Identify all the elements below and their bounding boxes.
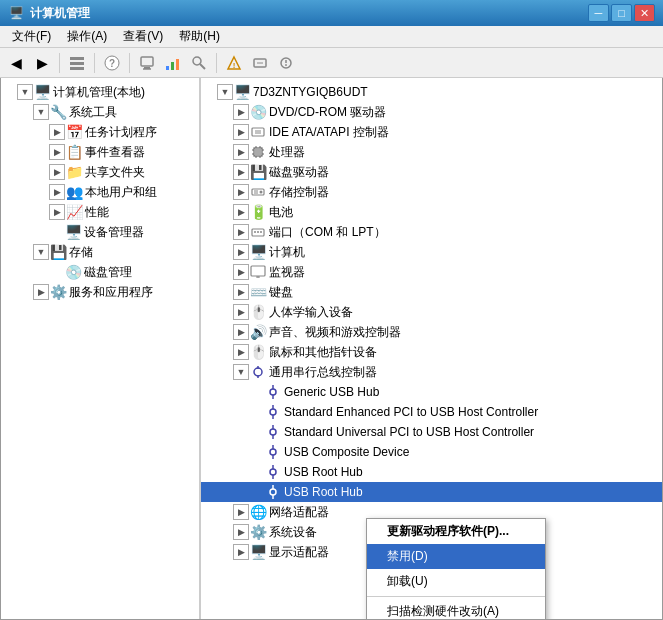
toggle-display-adapter[interactable]: ▶ [233,544,249,560]
right-item-dvd[interactable]: ▶ 💿 DVD/CD-ROM 驱动器 [201,102,662,122]
menu-action[interactable]: 操作(A) [59,26,115,47]
tree-item-device-manager[interactable]: 🖥️ 设备管理器 [1,222,199,242]
right-item-usb-root-hub2[interactable]: USB Root Hub [201,482,662,502]
right-item-processor[interactable]: ▶ 处理器 [201,142,662,162]
label-ide: IDE ATA/ATAPI 控制器 [269,124,389,141]
toggle-usb-ctrl[interactable]: ▼ [233,364,249,380]
context-menu-item-scan-hardware[interactable]: 扫描检测硬件改动(A) [367,599,545,619]
toggle-shared-folders[interactable]: ▶ [49,164,65,180]
close-button[interactable]: ✕ [634,4,655,22]
right-item-ide[interactable]: ▶ IDE ATA/ATAPI 控制器 [201,122,662,142]
svg-point-19 [286,64,287,65]
minimize-button[interactable]: ─ [588,4,609,22]
right-item-root[interactable]: ▼ 🖥️ 7D3ZNTYGIQB6UDT [201,82,662,102]
right-item-battery[interactable]: ▶ 🔋 电池 [201,202,662,222]
context-menu-item-update-driver[interactable]: 更新驱动程序软件(P)... [367,519,545,544]
toggle-battery[interactable]: ▶ [233,204,249,220]
menu-help[interactable]: 帮助(H) [171,26,228,47]
tree-item-event-viewer[interactable]: ▶ 📋 事件查看器 [1,142,199,162]
tree-item-performance[interactable]: ▶ 📈 性能 [1,202,199,222]
icon-sys-devices: ⚙️ [250,524,266,540]
tree-item-root[interactable]: ▼ 🖥️ 计算机管理(本地) [1,82,199,102]
right-item-storage-ctrl[interactable]: ▶ 存储控制器 [201,182,662,202]
icon-mice: 🖱️ [250,344,266,360]
help-button[interactable]: ? [100,51,124,75]
toggle-storage-ctrl[interactable]: ▶ [233,184,249,200]
right-item-com-lpt[interactable]: ▶ 端口（COM 和 LPT） [201,222,662,242]
context-menu-item-uninstall[interactable]: 卸载(U) [367,569,545,594]
right-item-computer[interactable]: ▶ 🖥️ 计算机 [201,242,662,262]
toolbar-btn-9[interactable] [274,51,298,75]
toggle-ide[interactable]: ▶ [233,124,249,140]
tree-item-disk-management[interactable]: 💿 磁盘管理 [1,262,199,282]
toggle-performance[interactable]: ▶ [49,204,65,220]
toolbar-btn-7[interactable]: ! [222,51,246,75]
toggle-processor[interactable]: ▶ [233,144,249,160]
right-item-usb-composite[interactable]: USB Composite Device [201,442,662,462]
toggle-net-adapter[interactable]: ▶ [233,504,249,520]
toggle-dvd[interactable]: ▶ [233,104,249,120]
toggle-task-scheduler[interactable]: ▶ [49,124,65,140]
icon-system-tools: 🔧 [50,104,66,120]
toggle-root[interactable]: ▼ [17,84,33,100]
right-item-disk-drives[interactable]: ▶ 💾 磁盘驱动器 [201,162,662,182]
svg-point-62 [270,489,276,495]
maximize-button[interactable]: □ [611,4,632,22]
menu-view[interactable]: 查看(V) [115,26,171,47]
tree-item-services[interactable]: ▶ ⚙️ 服务和应用程序 [1,282,199,302]
toggle-system-tools[interactable]: ▼ [33,104,49,120]
right-item-audio[interactable]: ▶ 🔊 声音、视频和游戏控制器 [201,322,662,342]
toggle-keyboard[interactable]: ▶ [233,284,249,300]
toggle-computer[interactable]: ▶ [233,244,249,260]
toggle-monitor[interactable]: ▶ [233,264,249,280]
forward-button[interactable]: ▶ [30,51,54,75]
toolbar-btn-8[interactable] [248,51,272,75]
svg-point-50 [270,409,276,415]
tree-item-shared-folders[interactable]: ▶ 📁 共享文件夹 [1,162,199,182]
back-button[interactable]: ◀ [4,51,28,75]
right-item-keyboard[interactable]: ▶ ⌨️ 键盘 [201,282,662,302]
icon-audio: 🔊 [250,324,266,340]
right-item-hid[interactable]: ▶ 🖱️ 人体学输入设备 [201,302,662,322]
right-item-std-universal[interactable]: Standard Universal PCI to USB Host Contr… [201,422,662,442]
icon-processor [250,144,266,160]
context-menu-item-disable[interactable]: 禁用(D) [367,544,545,569]
title-bar: 🖥️ 计算机管理 ─ □ ✕ [0,0,663,26]
label-generic-hub: Generic USB Hub [284,385,379,399]
toolbar-btn-6[interactable] [187,51,211,75]
tree-item-task-scheduler[interactable]: ▶ 📅 任务计划程序 [1,122,199,142]
right-item-generic-hub[interactable]: Generic USB Hub [201,382,662,402]
icon-generic-hub [265,384,281,400]
svg-line-12 [200,64,205,69]
toolbar-btn-4[interactable] [135,51,159,75]
toggle-mice[interactable]: ▶ [233,344,249,360]
label-display-adapter: 显示适配器 [269,544,329,561]
toggle-services[interactable]: ▶ [33,284,49,300]
icon-com-lpt [250,224,266,240]
label-processor: 处理器 [269,144,305,161]
toggle-hid[interactable]: ▶ [233,304,249,320]
toggle-storage[interactable]: ▼ [33,244,49,260]
tree-item-local-users[interactable]: ▶ 👥 本地用户和组 [1,182,199,202]
label-com-lpt: 端口（COM 和 LPT） [269,224,386,241]
toggle-audio[interactable]: ▶ [233,324,249,340]
right-item-std-enhanced[interactable]: Standard Enhanced PCI to USB Host Contro… [201,402,662,422]
toggle-disk-drives[interactable]: ▶ [233,164,249,180]
tree-item-system-tools[interactable]: ▼ 🔧 系统工具 [1,102,199,122]
toggle-event-viewer[interactable]: ▶ [49,144,65,160]
toolbar-btn-5[interactable] [161,51,185,75]
svg-rect-41 [251,266,265,276]
right-item-mice[interactable]: ▶ 🖱️ 鼠标和其他指针设备 [201,342,662,362]
right-item-usb-ctrl[interactable]: ▼ 通用串行总线控制器 [201,362,662,382]
toggle-local-users[interactable]: ▶ [49,184,65,200]
show-hide-button[interactable] [65,51,89,75]
icon-disk-drives: 💾 [250,164,266,180]
toggle-right-root[interactable]: ▼ [217,84,233,100]
tree-item-storage[interactable]: ▼ 💾 存储 [1,242,199,262]
icon-shared-folders: 📁 [66,164,82,180]
right-item-usb-root-hub1[interactable]: USB Root Hub [201,462,662,482]
menu-file[interactable]: 文件(F) [4,26,59,47]
toggle-sys-devices[interactable]: ▶ [233,524,249,540]
toggle-com-lpt[interactable]: ▶ [233,224,249,240]
right-item-monitor[interactable]: ▶ 监视器 [201,262,662,282]
